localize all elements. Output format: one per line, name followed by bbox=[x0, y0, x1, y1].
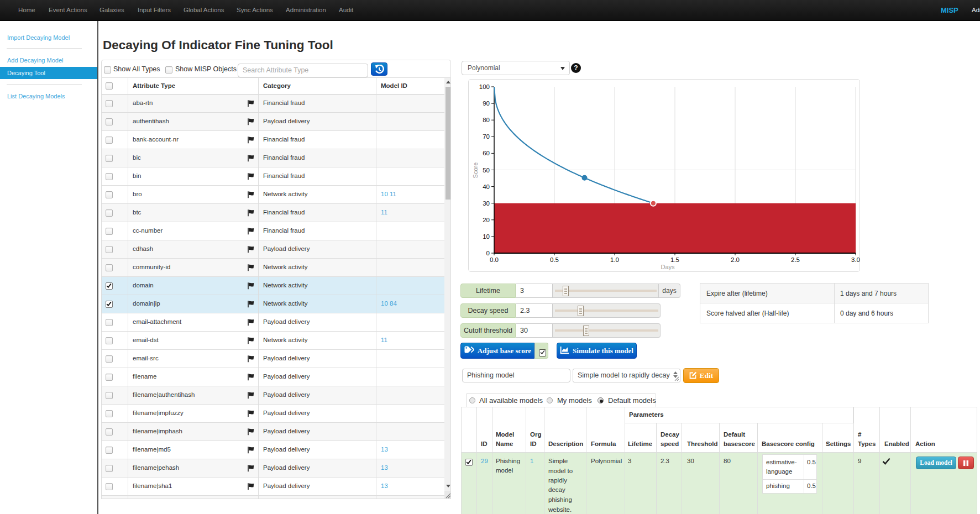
svg-text:2.0: 2.0 bbox=[731, 256, 740, 263]
svg-text:3.0: 3.0 bbox=[851, 256, 860, 263]
svg-text:1.0: 1.0 bbox=[610, 256, 619, 263]
svg-text:40: 40 bbox=[483, 183, 490, 190]
svg-text:0.5: 0.5 bbox=[550, 256, 559, 263]
svg-text:50: 50 bbox=[483, 167, 490, 174]
svg-text:70: 70 bbox=[483, 133, 490, 140]
svg-text:90: 90 bbox=[483, 100, 490, 107]
svg-text:20: 20 bbox=[483, 217, 490, 223]
svg-text:60: 60 bbox=[483, 150, 490, 156]
svg-text:0.0: 0.0 bbox=[490, 256, 499, 263]
svg-text:Days: Days bbox=[661, 264, 675, 270]
svg-text:2.5: 2.5 bbox=[791, 256, 800, 263]
svg-text:30: 30 bbox=[483, 200, 490, 207]
svg-text:80: 80 bbox=[483, 117, 490, 123]
svg-text:Score: Score bbox=[472, 162, 479, 179]
svg-text:0: 0 bbox=[486, 250, 490, 256]
svg-text:1.5: 1.5 bbox=[670, 256, 679, 263]
svg-text:10: 10 bbox=[483, 233, 490, 240]
svg-text:100: 100 bbox=[479, 83, 490, 90]
